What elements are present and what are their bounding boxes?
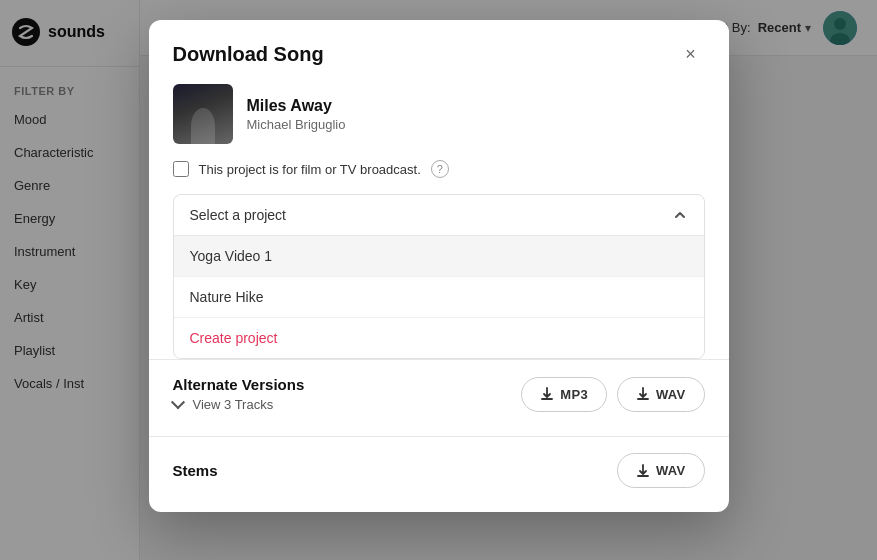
- broadcast-checkbox[interactable]: [173, 161, 189, 177]
- modal-close-button[interactable]: ×: [677, 40, 705, 68]
- chevron-down-icon: [170, 395, 184, 409]
- stems-section: Stems WAV: [149, 436, 729, 512]
- song-meta: Miles Away Michael Briguglio: [247, 97, 346, 132]
- view-tracks-button[interactable]: View 3 Tracks: [173, 397, 305, 412]
- alternate-versions-buttons: MP3 WAV: [521, 377, 704, 412]
- broadcast-checkbox-row: This project is for film or TV broadcast…: [149, 160, 729, 194]
- broadcast-label[interactable]: This project is for film or TV broadcast…: [199, 162, 421, 177]
- view-tracks-label: View 3 Tracks: [193, 397, 274, 412]
- download-modal: Download Song × Miles Away Michael Brigu…: [149, 20, 729, 512]
- project-dropdown: Yoga Video 1 Nature Hike Create project: [174, 236, 704, 358]
- close-icon: ×: [685, 44, 696, 65]
- song-thumbnail-image: [173, 84, 233, 144]
- project-option-hike[interactable]: Nature Hike: [174, 277, 704, 318]
- wav-alternate-label: WAV: [656, 387, 686, 402]
- song-thumbnail: [173, 84, 233, 144]
- modal-overlay[interactable]: Download Song × Miles Away Michael Brigu…: [0, 0, 877, 560]
- download-wav-alternate-icon: [636, 387, 650, 401]
- song-artist: Michael Briguglio: [247, 117, 346, 132]
- modal-header: Download Song ×: [149, 20, 729, 84]
- wav-stems-label: WAV: [656, 463, 686, 478]
- modal-title: Download Song: [173, 43, 324, 66]
- project-selector-label: Select a project: [190, 207, 287, 223]
- stems-title: Stems: [173, 462, 218, 479]
- stems-header: Stems WAV: [173, 453, 705, 488]
- project-option-yoga-label: Yoga Video 1: [190, 248, 273, 264]
- chevron-up-icon: [672, 207, 688, 223]
- project-selector-header[interactable]: Select a project: [174, 195, 704, 236]
- download-stems-icon: [636, 464, 650, 478]
- song-name: Miles Away: [247, 97, 346, 115]
- download-mp3-icon: [540, 387, 554, 401]
- create-project-label: Create project: [190, 330, 278, 346]
- download-wav-stems-button[interactable]: WAV: [617, 453, 705, 488]
- create-project-option[interactable]: Create project: [174, 318, 704, 358]
- download-mp3-button[interactable]: MP3: [521, 377, 607, 412]
- mp3-label: MP3: [560, 387, 588, 402]
- alternate-versions-section: Alternate Versions View 3 Tracks MP3: [149, 359, 729, 436]
- project-selector: Select a project Yoga Video 1 Nature Hik…: [173, 194, 705, 359]
- project-option-yoga[interactable]: Yoga Video 1: [174, 236, 704, 277]
- song-info: Miles Away Michael Briguglio: [149, 84, 729, 160]
- stems-buttons: WAV: [617, 453, 705, 488]
- download-wav-alternate-button[interactable]: WAV: [617, 377, 705, 412]
- alternate-versions-header: Alternate Versions View 3 Tracks MP3: [173, 376, 705, 412]
- help-icon[interactable]: ?: [431, 160, 449, 178]
- project-option-hike-label: Nature Hike: [190, 289, 264, 305]
- alternate-versions-title: Alternate Versions: [173, 376, 305, 393]
- help-icon-symbol: ?: [437, 163, 443, 175]
